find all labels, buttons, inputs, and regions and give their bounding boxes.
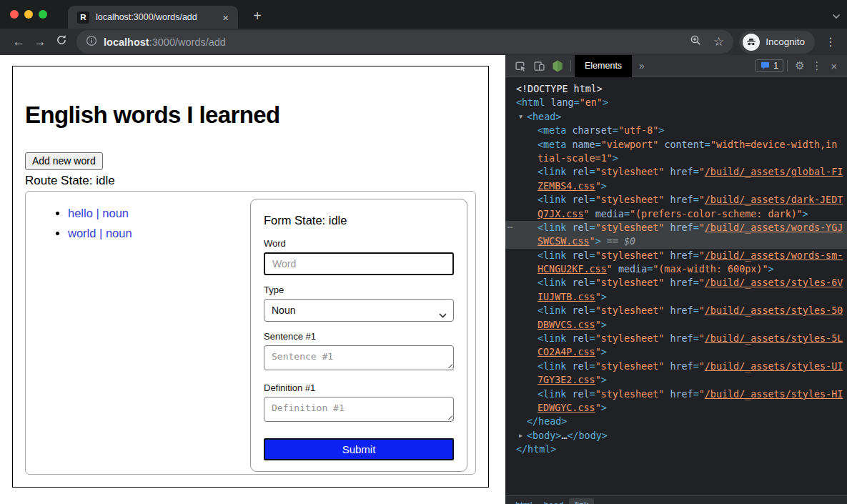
issues-counter[interactable]: 1 xyxy=(756,59,783,72)
url-text[interactable]: localhost:3000/words/add xyxy=(104,36,226,48)
words-panel: hello | nounworld | noun Form State: idl… xyxy=(25,191,476,475)
word-list: hello | nounworld | noun xyxy=(26,207,132,247)
definition-textarea[interactable] xyxy=(264,397,454,422)
devtools-code-line[interactable]: <link rel="stylesheet" href="/build/_ass… xyxy=(505,249,847,262)
browser-toolbar: ← → localhost:3000/words/add ☆ Incognito… xyxy=(0,29,847,55)
inspect-element-icon[interactable] xyxy=(511,56,530,75)
tab-strip: R localhost:3000/words/add × + xyxy=(0,0,847,29)
maximize-window-button[interactable] xyxy=(39,10,47,19)
tab-title: localhost:3000/words/add xyxy=(96,12,220,22)
incognito-label: Incognito xyxy=(766,36,805,47)
incognito-icon xyxy=(743,34,760,51)
devtools-code-line[interactable]: <link rel="stylesheet" href="/build/_ass… xyxy=(505,304,847,317)
more-tabs-icon[interactable]: » xyxy=(632,60,652,71)
node-options-dots-icon[interactable]: ⋯ xyxy=(507,221,512,234)
word-list-item: world | noun xyxy=(68,227,132,240)
devtools-toolbar: Elements » 1 ⚙ ⋮ × xyxy=(505,55,847,77)
tab-close-icon[interactable]: × xyxy=(220,11,231,24)
devtools-code-line[interactable]: Q7JX.css" media="(prefers-color-scheme: … xyxy=(505,207,847,221)
devtools-menu-kebab-icon[interactable]: ⋮ xyxy=(808,59,826,72)
devtools-code-line[interactable]: <link rel="stylesheet" href="/build/_ass… xyxy=(505,276,847,290)
devtools-code-line[interactable]: </html> xyxy=(505,443,847,456)
devtools-code-line[interactable]: HCNGU2KF.css" media="(max-width: 600px)"… xyxy=(505,262,847,276)
devtools-breadcrumb-bar: htmlheadlink xyxy=(505,495,847,504)
toolbar-divider xyxy=(787,60,788,71)
word-label: Word xyxy=(264,238,454,249)
browser-menu-kebab-icon[interactable]: ⋮ xyxy=(822,35,839,49)
address-bar[interactable]: localhost:3000/words/add ☆ xyxy=(76,30,733,54)
word-list-item: hello | noun xyxy=(68,207,132,220)
browser-tab[interactable]: R localhost:3000/words/add × xyxy=(68,6,238,29)
zoom-page-icon[interactable] xyxy=(690,34,702,49)
devtools-code-line[interactable]: SWCSW.css"> == $0 xyxy=(505,234,847,248)
minimize-window-button[interactable] xyxy=(24,10,33,19)
toggle-device-toolbar-icon[interactable] xyxy=(530,56,548,75)
devtools-code-line[interactable]: ⋯<link rel="stylesheet" href="/build/_as… xyxy=(505,221,847,234)
sentence-label: Sentence #1 xyxy=(264,331,454,342)
devtools-code-line[interactable]: <link rel="stylesheet" href="/build/_ass… xyxy=(505,165,847,179)
devtools-code-line[interactable]: ▶<body>…</body> xyxy=(505,429,847,443)
devtools-code-line[interactable]: <link rel="stylesheet" href="/build/_ass… xyxy=(505,387,847,401)
submit-button[interactable]: Submit xyxy=(264,438,454,460)
disclosure-triangle-icon[interactable]: ▶ xyxy=(519,429,522,443)
devtools-code-line[interactable]: <meta charset="utf-8"> xyxy=(505,124,847,137)
definition-label: Definition #1 xyxy=(264,382,454,393)
search-tabs-chevron-icon[interactable] xyxy=(832,9,841,22)
form-state-text: Form State: idle xyxy=(264,214,454,227)
devtools-code-line[interactable]: DBWVCS.css"> xyxy=(505,318,847,332)
breadcrumb-link[interactable]: link xyxy=(569,498,594,504)
devtools-code-line[interactable]: <link rel="stylesheet" href="/build/_ass… xyxy=(505,332,847,345)
node-js-icon[interactable] xyxy=(548,56,567,75)
forward-button[interactable]: → xyxy=(29,35,51,49)
settings-gear-icon[interactable]: ⚙ xyxy=(791,59,808,72)
issues-count: 1 xyxy=(773,61,778,71)
devtools-code-line[interactable]: IUJWTB.css"> xyxy=(505,290,847,304)
breadcrumb-head[interactable]: head xyxy=(538,498,570,504)
web-page: English words I learned Add new word Rou… xyxy=(0,55,505,504)
devtools-code-line[interactable]: CO2A4P.css"> xyxy=(505,345,847,359)
breadcrumb-html[interactable]: html xyxy=(510,498,538,504)
devtools-code-line[interactable]: ZEMBS4.css"> xyxy=(505,179,847,193)
word-link[interactable]: hello | noun xyxy=(68,207,129,219)
toolbar-divider xyxy=(570,60,571,71)
add-word-form: Form State: idle Word Type Noun Sentenc xyxy=(250,199,467,472)
sentence-textarea[interactable] xyxy=(264,345,454,370)
word-input[interactable] xyxy=(264,252,454,275)
window-controls xyxy=(10,10,47,19)
devtools-code-line[interactable]: <meta name="viewport" content="width=dev… xyxy=(505,138,847,152)
devtools-code-line[interactable]: </head> xyxy=(505,415,847,428)
tab-elements[interactable]: Elements xyxy=(575,55,632,77)
devtools-code-line[interactable]: EDWGYC.css"> xyxy=(505,401,847,415)
type-label: Type xyxy=(264,285,454,295)
devtools-code-line[interactable]: <link rel="stylesheet" href="/build/_ass… xyxy=(505,360,847,373)
dom-tree: <!DOCTYPE html><html lang="en">▼<head><m… xyxy=(505,77,847,457)
issues-bubble-icon xyxy=(761,61,770,70)
remix-favicon-icon: R xyxy=(77,11,89,24)
devtools-code-line[interactable]: <link rel="stylesheet" href="/build/_ass… xyxy=(505,193,847,207)
word-link[interactable]: world | noun xyxy=(68,227,132,239)
route-state-text: Route State: idle xyxy=(25,174,476,188)
reload-button[interactable] xyxy=(51,34,72,49)
devtools-code-line[interactable]: ▼<head> xyxy=(505,110,847,124)
page-title: English words I learned xyxy=(25,102,476,129)
devtools-code-line[interactable]: <!DOCTYPE html> xyxy=(505,82,847,96)
new-tab-button[interactable]: + xyxy=(247,5,268,26)
close-window-button[interactable] xyxy=(10,10,19,19)
incognito-badge: Incognito xyxy=(739,31,815,54)
page-info-icon[interactable] xyxy=(86,35,97,49)
bookmark-star-icon[interactable]: ☆ xyxy=(713,34,724,49)
back-button[interactable]: ← xyxy=(8,35,29,49)
add-new-word-button[interactable]: Add new word xyxy=(25,152,103,170)
devtools-code-line[interactable]: 7GY3E2.css"> xyxy=(505,373,847,387)
close-devtools-icon[interactable]: × xyxy=(826,60,843,72)
devtools-code-line[interactable]: <html lang="en"> xyxy=(505,96,847,109)
devtools-panel: Elements » 1 ⚙ ⋮ × <!DOCTYPE html><html … xyxy=(505,55,847,504)
type-select[interactable]: Noun xyxy=(264,299,454,322)
devtools-code-line[interactable]: tial-scale=1"> xyxy=(505,152,847,165)
disclosure-triangle-icon[interactable]: ▼ xyxy=(519,110,522,124)
app-container: English words I learned Add new word Rou… xyxy=(12,66,489,488)
